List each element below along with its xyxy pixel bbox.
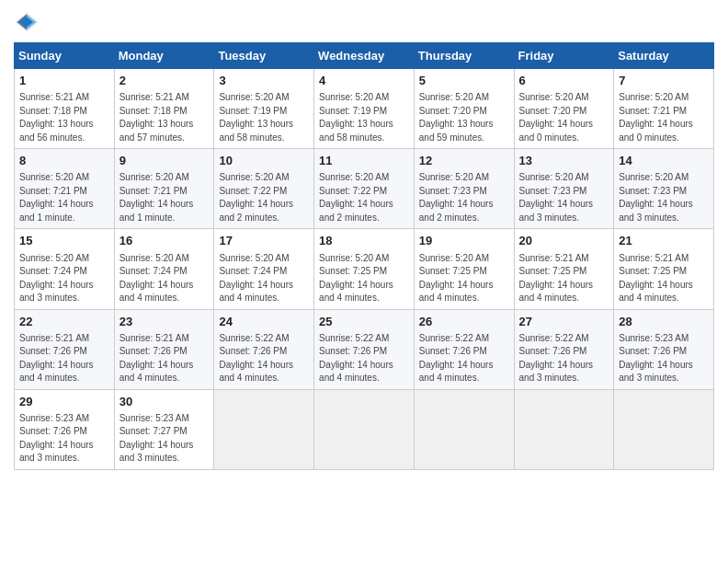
day-info: Sunrise: 5:21 AM Sunset: 7:25 PM Dayligh… [619,252,709,305]
day-number: 17 [219,233,309,249]
day-info: Sunrise: 5:22 AM Sunset: 7:26 PM Dayligh… [319,332,409,385]
day-info: Sunrise: 5:20 AM Sunset: 7:25 PM Dayligh… [319,252,409,305]
calendar-cell: 8Sunrise: 5:20 AM Sunset: 7:21 PM Daylig… [15,149,115,229]
calendar-cell: 17Sunrise: 5:20 AM Sunset: 7:24 PM Dayli… [214,229,314,309]
calendar-header-sunday: Sunday [15,43,115,69]
day-number: 10 [219,153,309,169]
day-number: 29 [19,394,109,410]
calendar-header-friday: Friday [514,43,614,69]
page: SundayMondayTuesdayWednesdayThursdayFrid… [0,0,728,563]
day-info: Sunrise: 5:20 AM Sunset: 7:19 PM Dayligh… [319,91,409,144]
calendar-cell [414,389,514,469]
calendar-cell: 12Sunrise: 5:20 AM Sunset: 7:23 PM Dayli… [414,149,514,229]
day-info: Sunrise: 5:22 AM Sunset: 7:26 PM Dayligh… [219,332,309,385]
calendar-cell: 19Sunrise: 5:20 AM Sunset: 7:25 PM Dayli… [414,229,514,309]
day-number: 12 [419,153,509,169]
day-info: Sunrise: 5:20 AM Sunset: 7:24 PM Dayligh… [19,252,109,305]
calendar-cell: 21Sunrise: 5:21 AM Sunset: 7:25 PM Dayli… [614,229,714,309]
day-number: 7 [619,73,709,89]
day-number: 2 [119,73,210,89]
calendar-week-1: 1Sunrise: 5:21 AM Sunset: 7:18 PM Daylig… [15,69,714,149]
calendar-cell [614,389,714,469]
day-number: 9 [119,153,210,169]
day-info: Sunrise: 5:21 AM Sunset: 7:25 PM Dayligh… [519,252,609,305]
day-number: 4 [319,73,409,89]
day-info: Sunrise: 5:21 AM Sunset: 7:18 PM Dayligh… [119,91,210,144]
calendar-cell: 9Sunrise: 5:20 AM Sunset: 7:21 PM Daylig… [114,149,214,229]
calendar-cell: 16Sunrise: 5:20 AM Sunset: 7:24 PM Dayli… [114,229,214,309]
calendar-cell: 27Sunrise: 5:22 AM Sunset: 7:26 PM Dayli… [514,309,614,389]
calendar-week-3: 15Sunrise: 5:20 AM Sunset: 7:24 PM Dayli… [15,229,714,309]
day-number: 26 [419,314,509,330]
calendar-header-monday: Monday [114,43,214,69]
day-info: Sunrise: 5:20 AM Sunset: 7:20 PM Dayligh… [519,91,609,144]
day-info: Sunrise: 5:23 AM Sunset: 7:26 PM Dayligh… [19,412,109,465]
day-number: 16 [119,233,210,249]
day-number: 30 [119,394,210,410]
calendar-cell: 4Sunrise: 5:20 AM Sunset: 7:19 PM Daylig… [314,69,415,149]
day-number: 1 [19,73,109,89]
calendar-header-saturday: Saturday [614,43,714,69]
day-info: Sunrise: 5:20 AM Sunset: 7:22 PM Dayligh… [319,171,409,224]
calendar-cell: 18Sunrise: 5:20 AM Sunset: 7:25 PM Dayli… [314,229,415,309]
header [14,9,714,35]
calendar-cell: 1Sunrise: 5:21 AM Sunset: 7:18 PM Daylig… [15,69,115,149]
day-info: Sunrise: 5:21 AM Sunset: 7:18 PM Dayligh… [19,91,109,144]
calendar-cell: 10Sunrise: 5:20 AM Sunset: 7:22 PM Dayli… [214,149,314,229]
calendar-cell: 30Sunrise: 5:23 AM Sunset: 7:27 PM Dayli… [114,389,214,469]
day-info: Sunrise: 5:20 AM Sunset: 7:23 PM Dayligh… [519,171,609,224]
calendar-cell [314,389,415,469]
calendar-cell: 20Sunrise: 5:21 AM Sunset: 7:25 PM Dayli… [514,229,614,309]
day-number: 19 [419,233,509,249]
logo [14,9,43,35]
day-number: 24 [219,314,309,330]
day-number: 3 [219,73,309,89]
calendar-cell: 7Sunrise: 5:20 AM Sunset: 7:21 PM Daylig… [614,69,714,149]
calendar-cell: 26Sunrise: 5:22 AM Sunset: 7:26 PM Dayli… [414,309,514,389]
day-number: 11 [319,153,409,169]
calendar-header-wednesday: Wednesday [314,43,415,69]
calendar-header-tuesday: Tuesday [214,43,314,69]
day-number: 18 [319,233,409,249]
calendar-week-5: 29Sunrise: 5:23 AM Sunset: 7:26 PM Dayli… [15,389,714,469]
day-info: Sunrise: 5:23 AM Sunset: 7:27 PM Dayligh… [119,412,210,465]
day-info: Sunrise: 5:20 AM Sunset: 7:22 PM Dayligh… [219,171,309,224]
day-number: 6 [519,73,609,89]
day-number: 22 [19,314,109,330]
day-number: 8 [19,153,109,169]
day-number: 13 [519,153,609,169]
day-info: Sunrise: 5:21 AM Sunset: 7:26 PM Dayligh… [119,332,210,385]
day-info: Sunrise: 5:23 AM Sunset: 7:26 PM Dayligh… [619,332,709,385]
day-info: Sunrise: 5:22 AM Sunset: 7:26 PM Dayligh… [419,332,509,385]
day-info: Sunrise: 5:21 AM Sunset: 7:26 PM Dayligh… [19,332,109,385]
calendar-cell: 22Sunrise: 5:21 AM Sunset: 7:26 PM Dayli… [15,309,115,389]
calendar-cell [514,389,614,469]
day-number: 5 [419,73,509,89]
day-info: Sunrise: 5:20 AM Sunset: 7:24 PM Dayligh… [119,252,210,305]
day-info: Sunrise: 5:20 AM Sunset: 7:21 PM Dayligh… [19,171,109,224]
calendar-cell: 5Sunrise: 5:20 AM Sunset: 7:20 PM Daylig… [414,69,514,149]
day-number: 15 [19,233,109,249]
calendar-cell: 29Sunrise: 5:23 AM Sunset: 7:26 PM Dayli… [15,389,115,469]
calendar-cell: 11Sunrise: 5:20 AM Sunset: 7:22 PM Dayli… [314,149,415,229]
day-info: Sunrise: 5:20 AM Sunset: 7:23 PM Dayligh… [419,171,509,224]
day-info: Sunrise: 5:20 AM Sunset: 7:25 PM Dayligh… [419,252,509,305]
day-number: 25 [319,314,409,330]
calendar-cell: 13Sunrise: 5:20 AM Sunset: 7:23 PM Dayli… [514,149,614,229]
day-number: 20 [519,233,609,249]
calendar-header-row: SundayMondayTuesdayWednesdayThursdayFrid… [15,43,714,69]
day-info: Sunrise: 5:20 AM Sunset: 7:24 PM Dayligh… [219,252,309,305]
calendar-week-4: 22Sunrise: 5:21 AM Sunset: 7:26 PM Dayli… [15,309,714,389]
calendar-cell: 28Sunrise: 5:23 AM Sunset: 7:26 PM Dayli… [614,309,714,389]
day-info: Sunrise: 5:22 AM Sunset: 7:26 PM Dayligh… [519,332,609,385]
calendar-week-2: 8Sunrise: 5:20 AM Sunset: 7:21 PM Daylig… [15,149,714,229]
calendar-cell: 15Sunrise: 5:20 AM Sunset: 7:24 PM Dayli… [15,229,115,309]
day-number: 21 [619,233,709,249]
calendar-cell: 24Sunrise: 5:22 AM Sunset: 7:26 PM Dayli… [214,309,314,389]
calendar: SundayMondayTuesdayWednesdayThursdayFrid… [14,42,714,470]
day-number: 28 [619,314,709,330]
day-info: Sunrise: 5:20 AM Sunset: 7:19 PM Dayligh… [219,91,309,144]
day-number: 27 [519,314,609,330]
logo-icon [14,9,40,35]
calendar-header-thursday: Thursday [414,43,514,69]
